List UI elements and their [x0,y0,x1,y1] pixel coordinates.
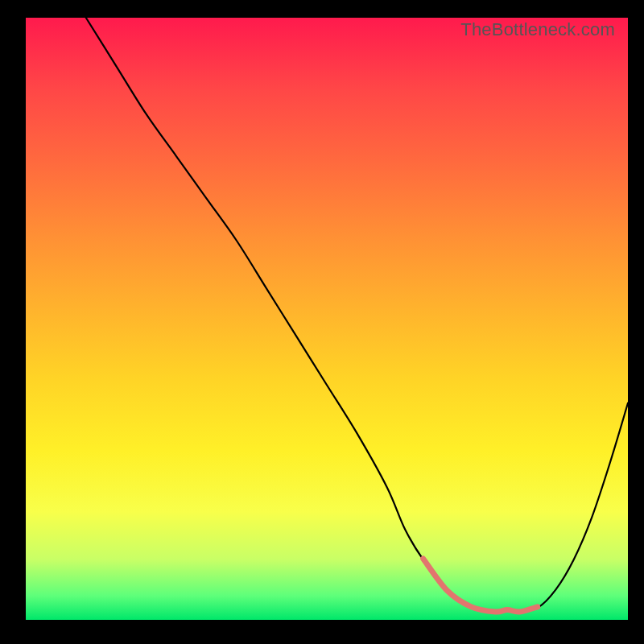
optimal-range-highlight [423,559,538,612]
bottleneck-curve [86,18,628,611]
chart-overlay [26,18,628,620]
bottleneck-chart: TheBottleneck.com [26,18,628,620]
